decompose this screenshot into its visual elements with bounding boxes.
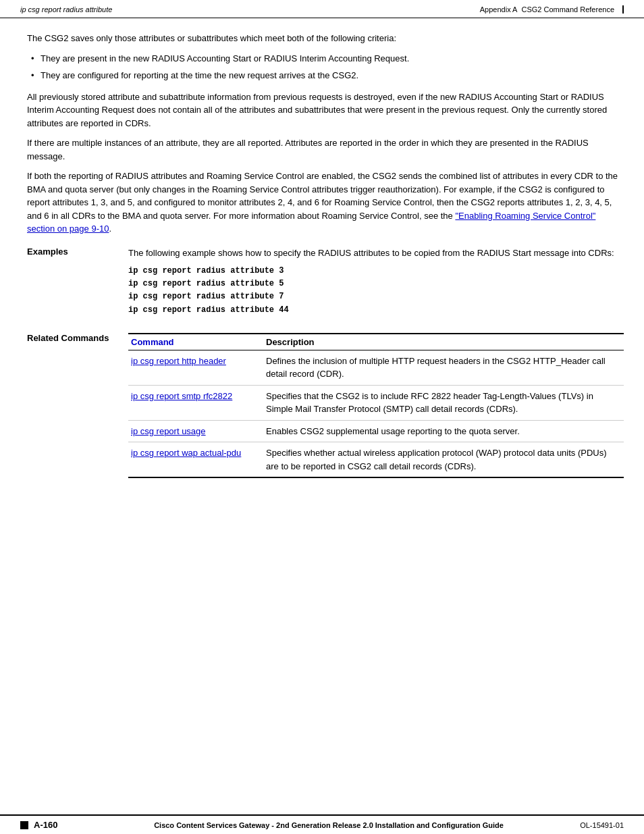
related-commands-section: Related Commands Command Description <box>27 333 624 479</box>
desc-cell-2: Enables CSG2 supplemental usage reportin… <box>263 420 624 442</box>
header-appendix: Appendix A <box>480 5 518 14</box>
code-block: ip csg report radius attribute 3 ip csg … <box>128 265 624 317</box>
header-separator <box>622 5 624 14</box>
table-header: Command Description <box>128 334 624 350</box>
main-content: The CSG2 saves only those attributes or … <box>20 32 624 492</box>
cmd-cell-3: ip csg report wap actual-pdu <box>128 442 263 478</box>
footer-page-number: A-160 <box>34 820 88 830</box>
code-line-4: ip csg report radius attribute 44 <box>128 304 624 317</box>
para4: If both the reporting of RADIUS attribut… <box>27 170 624 236</box>
para1: The CSG2 saves only those attributes or … <box>27 32 624 45</box>
bullet-item-2: They are configured for reporting at the… <box>27 69 624 82</box>
examples-description: The following example shows how to speci… <box>128 246 624 260</box>
code-line-3: ip csg report radius attribute 7 <box>128 290 624 303</box>
col-header-command: Command <box>128 334 263 350</box>
page-wrapper: ip csg report radius attribute Appendix … <box>0 0 644 834</box>
cmd-link-1[interactable]: ip csg report smtp rfc2822 <box>131 391 232 401</box>
desc-cell-1: Specifies that the CSG2 is to include RF… <box>263 385 624 420</box>
para4-end: . <box>109 224 111 234</box>
header-left-text: ip csg report radius attribute <box>20 5 112 14</box>
footer-square-icon <box>20 821 28 829</box>
header-title: CSG2 Command Reference <box>521 5 614 14</box>
cmd-cell-0: ip csg report http header <box>128 350 263 385</box>
bullet-item-1: They are present in the new RADIUS Accou… <box>27 52 624 66</box>
table-row: ip csg report usage Enables CSG2 supplem… <box>128 420 624 442</box>
related-commands-heading: Related Commands <box>27 330 109 343</box>
footer-center-text: Cisco Content Services Gateway - 2nd Gen… <box>88 821 570 829</box>
cmd-link-2[interactable]: ip csg report usage <box>131 426 206 436</box>
related-commands-content: Command Description ip csg report http h… <box>122 333 624 479</box>
related-commands-label: Related Commands <box>27 333 122 479</box>
top-section: The CSG2 saves only those attributes or … <box>27 32 624 236</box>
examples-section: Examples The following example shows how… <box>27 246 624 319</box>
content-area: The CSG2 saves only those attributes or … <box>0 18 644 505</box>
table-row: ip csg report wap actual-pdu Specifies w… <box>128 442 624 478</box>
table-row: ip csg report http header Defines the in… <box>128 350 624 385</box>
para2: All previously stored attribute and suba… <box>27 90 624 130</box>
page-footer: A-160 Cisco Content Services Gateway - 2… <box>0 814 644 834</box>
col-header-description: Description <box>263 334 624 350</box>
cmd-cell-1: ip csg report smtp rfc2822 <box>128 385 263 420</box>
commands-table: Command Description ip csg report http h… <box>128 333 624 479</box>
examples-content: The following example shows how to speci… <box>122 246 624 319</box>
cmd-cell-2: ip csg report usage <box>128 420 263 442</box>
footer-right-text: OL-15491-01 <box>570 821 624 829</box>
examples-label: Examples <box>27 246 122 319</box>
cmd-link-0[interactable]: ip csg report http header <box>131 356 226 366</box>
para3: If there are multiple instances of an at… <box>27 136 624 163</box>
code-line-2: ip csg report radius attribute 5 <box>128 278 624 290</box>
desc-cell-3: Specifies whether actual wireless applic… <box>263 442 624 478</box>
bullet-list: They are present in the new RADIUS Accou… <box>27 52 624 82</box>
table-row: ip csg report smtp rfc2822 Specifies tha… <box>128 385 624 420</box>
page-header: ip csg report radius attribute Appendix … <box>0 0 644 18</box>
code-line-1: ip csg report radius attribute 3 <box>128 265 624 278</box>
desc-cell-0: Defines the inclusion of multiple HTTP r… <box>263 350 624 385</box>
header-right: Appendix A CSG2 Command Reference <box>480 5 624 14</box>
cmd-link-3[interactable]: ip csg report wap actual-pdu <box>131 448 241 458</box>
examples-heading: Examples <box>27 244 68 257</box>
footer-left-area: A-160 <box>20 820 88 830</box>
table-body: ip csg report http header Defines the in… <box>128 350 624 477</box>
